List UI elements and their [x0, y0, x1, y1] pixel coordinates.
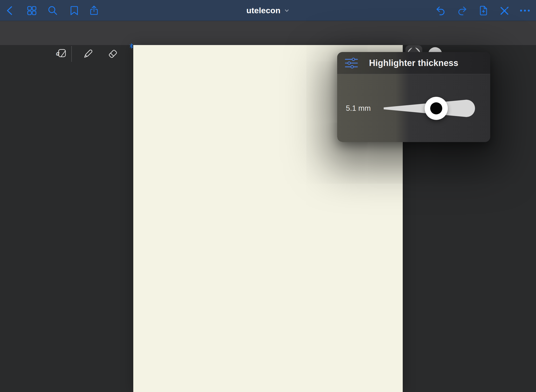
thumbnails-grid-icon [26, 5, 38, 16]
toolbar-divider [71, 46, 72, 62]
document-title[interactable]: utelecon [246, 6, 280, 15]
tools-toolbar: a [0, 21, 536, 45]
popover-caret [408, 46, 419, 52]
back-icon [4, 5, 16, 16]
document-title-group[interactable]: utelecon [0, 0, 536, 21]
page-thumbnails-button[interactable] [26, 5, 38, 16]
highlighter-thickness-popover: Highlighter thickness 5.1 mm [337, 52, 490, 142]
read-only-mode-button[interactable] [498, 5, 510, 16]
app-screen: utelecon [0, 0, 536, 392]
redo-icon [456, 5, 468, 16]
redo-button[interactable] [456, 5, 468, 16]
svg-text:a: a [56, 49, 60, 57]
popover-header: Highlighter thickness [337, 52, 490, 74]
share-button[interactable] [88, 5, 100, 16]
edit-mode-icon: a [56, 47, 67, 60]
popover-title: Highlighter thickness [337, 58, 490, 68]
search-icon [47, 5, 58, 16]
back-button[interactable] [4, 5, 16, 16]
pen-off-icon [498, 5, 510, 16]
thickness-value-label: 5.1 mm [346, 104, 371, 113]
search-button[interactable] [47, 5, 58, 16]
undo-icon [435, 5, 446, 16]
bookmark-icon [68, 5, 80, 16]
eraser-tool[interactable] [107, 48, 119, 60]
add-page-icon [477, 5, 489, 16]
add-page-button[interactable] [477, 5, 489, 16]
title-chevron-down-icon [284, 8, 290, 13]
sliders-icon [344, 56, 358, 70]
bookmark-button[interactable] [68, 5, 80, 16]
eraser-icon [107, 48, 119, 60]
share-icon [88, 5, 100, 16]
thickness-slider-knob[interactable] [425, 97, 448, 120]
undo-button[interactable] [435, 5, 446, 16]
more-options-button[interactable] [519, 5, 531, 16]
thickness-slider-knob-center [430, 102, 442, 114]
ellipsis-icon [519, 5, 531, 16]
edit-mode-tool[interactable]: a [56, 48, 67, 59]
pen-icon [82, 48, 94, 60]
navigation-bar: utelecon [0, 0, 536, 21]
pen-tool[interactable] [82, 48, 94, 60]
